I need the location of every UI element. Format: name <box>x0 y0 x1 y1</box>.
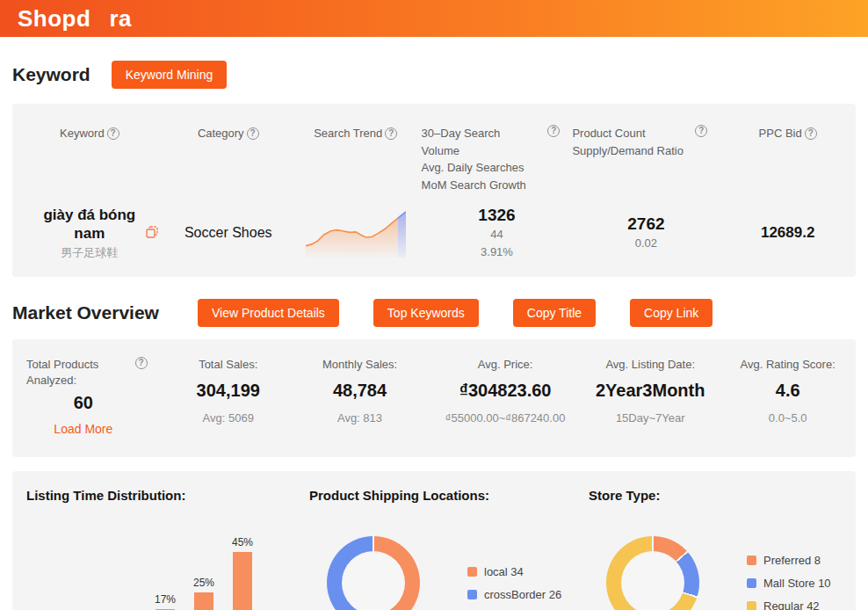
stat-avg-rating: Avg. Rating Score: 4.6 0.0~5.0 <box>720 357 856 437</box>
keyword-text: giày đá bóng nam <box>35 206 144 243</box>
stat-value: ₫304823.60 <box>430 381 581 401</box>
bar[interactable] <box>194 592 213 610</box>
col-header-search-trend-label: Search Trend <box>314 127 382 140</box>
charts-panel: Listing Time Distribution: 2%8%3%17%25%4… <box>12 471 856 610</box>
search-trend-sparkline <box>306 208 406 258</box>
col-header-ppc-bid: PPC Bid? <box>720 114 856 142</box>
stat-value: 60 <box>26 393 141 413</box>
help-icon[interactable]: ? <box>135 357 148 369</box>
stat-label: Total Sales: <box>167 357 290 374</box>
keyword-translation: 男子足球鞋 <box>35 245 144 261</box>
search-volume-cell: 1326 44 3.91% <box>422 206 573 260</box>
top-keywords-button[interactable]: Top Keywords <box>373 299 479 327</box>
stat-label: Avg. Price: <box>430 357 581 374</box>
help-icon[interactable]: ? <box>805 127 817 140</box>
bar-group: 45% <box>223 536 262 610</box>
market-overview-title: Market Overview <box>12 302 159 323</box>
stat-label: Avg. Listing Date: <box>581 357 720 374</box>
help-icon[interactable]: ? <box>385 127 397 140</box>
bar-value-label: 17% <box>155 593 176 606</box>
shipping-legend: local 34crossBorder 26 <box>467 556 561 610</box>
pie-chart-logo-icon <box>91 11 108 28</box>
legend-item[interactable]: Mall Store 10 <box>747 577 831 590</box>
keyword-section-title: Keyword <box>12 64 90 85</box>
stat-label: Avg. Rating Score: <box>720 357 856 374</box>
donut-hole <box>621 551 684 610</box>
stat-label: Monthly Sales: <box>290 357 430 374</box>
stat-sub: Avg: 813 <box>290 411 430 425</box>
listing-time-chart: 2%8%3%17%25%45% 1M3M6M1Y2Y2Y+ <box>26 512 265 610</box>
bar-value-label: 45% <box>232 536 253 548</box>
stat-avg-listing-date: Avg. Listing Date: 2Year3Month 15Day~7Ye… <box>581 357 720 437</box>
copy-link-button[interactable]: Copy Link <box>630 299 712 327</box>
logo-text-suffix: ra <box>109 5 132 33</box>
col-header-category-label: Category <box>198 127 244 140</box>
legend-swatch <box>747 556 756 565</box>
legend-item[interactable]: crossBorder 26 <box>467 588 561 601</box>
table-row: giày đá bóng nam 男子足球鞋 Soccer Shoes <box>12 206 856 261</box>
ppc-bid-cell: 12689.2 <box>720 224 856 242</box>
legend-item[interactable]: local 34 <box>467 565 561 578</box>
stat-sub: 15Day~7Year <box>581 411 720 425</box>
listing-time-bars: 2%8%3%17%25%45% <box>26 512 265 610</box>
bar-value-label: 25% <box>193 577 214 589</box>
col-header-search-trend: Search Trend? <box>290 114 422 142</box>
logo-text-prefix: Shopd <box>18 5 90 33</box>
legend-swatch <box>467 567 477 577</box>
stat-value: 2Year3Month <box>581 381 720 401</box>
search-volume-value: 1326 <box>422 206 573 225</box>
keyword-mining-button[interactable]: Keyword Mining <box>112 61 228 89</box>
app-header: Shopdra <box>0 0 868 37</box>
col-header-ppc-bid-label: PPC Bid <box>759 127 802 140</box>
product-count-value: 2762 <box>572 214 720 234</box>
store-type-section: Store Type: Preferred 8Mall Store 10Regu… <box>589 488 838 610</box>
stat-sub: 0.0~5.0 <box>720 411 856 425</box>
sparkline-area-historical <box>306 218 398 258</box>
stat-avg-price: Avg. Price: ₫304823.60 ₫55000.00~₫867240… <box>430 357 581 437</box>
donut-hole <box>342 551 405 610</box>
listing-time-title: Listing Time Distribution: <box>26 488 309 503</box>
bar[interactable] <box>233 552 252 610</box>
shopdora-logo[interactable]: Shopdra <box>18 5 132 33</box>
stat-label: Total Products Analyzed: <box>26 357 123 390</box>
sparkline-series <box>306 212 406 258</box>
help-icon[interactable]: ? <box>107 127 119 140</box>
copy-icon[interactable] <box>146 226 158 238</box>
shipping-locations-section: Product Shipping Locations: local 34cros… <box>309 488 589 610</box>
stat-sub: ₫55000.00~₫867240.00 <box>430 411 581 425</box>
legend-label: Preferred 8 <box>763 554 821 567</box>
stat-total-sales: Total Sales: 304,199 Avg: 5069 <box>167 357 290 437</box>
view-product-details-button[interactable]: View Product Details <box>198 299 339 327</box>
col-header-keyword-label: Keyword <box>60 127 105 140</box>
keyword-table-header: Keyword? Category? Search Trend? 30–Day … <box>12 114 856 193</box>
mom-growth-value: 3.91% <box>422 244 573 260</box>
help-icon[interactable]: ? <box>695 125 707 137</box>
market-stats-bar: Total Products Analyzed:? 60 Load More T… <box>12 339 856 458</box>
legend-swatch <box>747 578 756 588</box>
legend-label: local 34 <box>484 565 524 578</box>
col-header-category: Category? <box>167 114 290 142</box>
keyword-table: Keyword? Category? Search Trend? 30–Day … <box>12 104 856 277</box>
store-type-legend: Preferred 8Mall Store 10Regular 42 <box>747 544 831 610</box>
supply-demand-ratio-value: 0.02 <box>572 236 720 251</box>
bar-group: 25% <box>184 577 223 610</box>
legend-swatch <box>747 601 756 610</box>
load-more-link[interactable]: Load More <box>26 422 141 436</box>
legend-item[interactable]: Regular 42 <box>747 599 831 610</box>
shipping-locations-title: Product Shipping Locations: <box>309 488 589 503</box>
store-type-donut <box>606 536 699 610</box>
col-header-product-count-lines: Product Count Supply/Demand Ratio <box>572 125 683 159</box>
legend-item[interactable]: Preferred 8 <box>747 554 831 567</box>
stat-total-products: Total Products Analyzed:? 60 Load More <box>12 357 167 437</box>
keyword-cell: giày đá bóng nam 男子足球鞋 <box>12 206 167 261</box>
stat-value: 4.6 <box>720 381 856 401</box>
help-icon[interactable]: ? <box>247 127 259 140</box>
legend-label: crossBorder 26 <box>484 588 561 601</box>
product-count-cell: 2762 0.02 <box>572 214 720 251</box>
stat-sub: Avg: 5069 <box>167 411 290 425</box>
stat-value: 48,784 <box>290 381 430 401</box>
help-icon[interactable]: ? <box>547 125 560 137</box>
listing-time-section: Listing Time Distribution: 2%8%3%17%25%4… <box>26 488 309 610</box>
copy-title-button[interactable]: Copy Title <box>513 299 596 327</box>
search-trend-cell <box>290 208 422 258</box>
